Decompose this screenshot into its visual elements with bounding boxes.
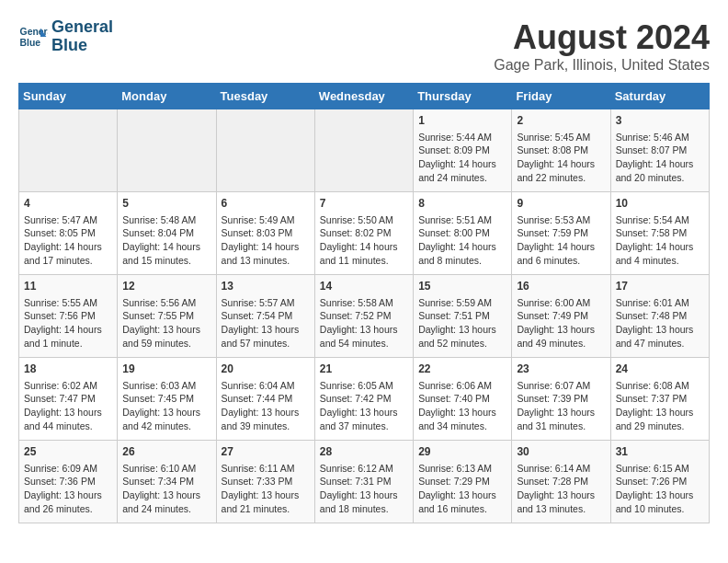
day-info: Daylight: 14 hours and 1 minute. — [24, 323, 112, 350]
day-info: Daylight: 13 hours and 10 minutes. — [616, 488, 704, 515]
day-info: Sunset: 7:49 PM — [517, 309, 605, 323]
weekday-header-row: SundayMondayTuesdayWednesdayThursdayFrid… — [19, 84, 710, 109]
day-info: Daylight: 13 hours and 37 minutes. — [320, 406, 408, 432]
day-number: 27 — [222, 444, 310, 460]
day-info: Daylight: 14 hours and 4 minutes. — [616, 240, 704, 267]
calendar-day-cell: 17Sunrise: 6:01 AMSunset: 7:48 PMDayligh… — [610, 275, 709, 358]
calendar-day-cell — [19, 109, 118, 192]
day-info: Sunset: 7:51 PM — [418, 309, 506, 323]
day-info: Sunset: 7:47 PM — [24, 392, 112, 406]
calendar-day-cell: 1Sunrise: 5:44 AMSunset: 8:09 PMDaylight… — [414, 109, 512, 192]
header: General Blue General Blue August 2024 Ga… — [18, 18, 710, 74]
day-info: Daylight: 13 hours and 24 minutes. — [122, 488, 210, 515]
day-number: 5 — [122, 196, 210, 212]
day-info: Sunrise: 5:45 AM — [517, 131, 605, 144]
calendar-day-cell: 6Sunrise: 5:49 AMSunset: 8:03 PMDaylight… — [216, 192, 314, 275]
day-number: 1 — [418, 113, 506, 129]
weekday-header: Sunday — [19, 84, 118, 109]
day-info: Sunset: 7:28 PM — [517, 475, 605, 488]
day-info: Sunset: 7:45 PM — [122, 392, 210, 406]
day-info: Sunset: 7:42 PM — [320, 392, 408, 406]
day-info: Daylight: 14 hours and 17 minutes. — [24, 240, 112, 267]
calendar-day-cell: 31Sunrise: 6:15 AMSunset: 7:26 PMDayligh… — [610, 441, 709, 523]
day-number: 18 — [24, 362, 112, 377]
calendar-day-cell: 28Sunrise: 6:12 AMSunset: 7:31 PMDayligh… — [314, 441, 413, 523]
day-info: Sunrise: 6:00 AM — [517, 296, 605, 310]
weekday-header: Monday — [118, 84, 216, 109]
day-number: 12 — [122, 279, 210, 294]
calendar-day-cell — [216, 109, 314, 192]
calendar-day-cell: 16Sunrise: 6:00 AMSunset: 7:49 PMDayligh… — [512, 275, 610, 358]
calendar-week-row: 1Sunrise: 5:44 AMSunset: 8:09 PMDaylight… — [19, 109, 710, 192]
day-info: Sunrise: 6:03 AM — [122, 379, 210, 393]
day-info: Sunset: 8:00 PM — [418, 226, 506, 240]
day-number: 3 — [616, 113, 704, 129]
day-number: 14 — [320, 279, 408, 294]
day-info: Sunset: 8:09 PM — [418, 144, 506, 157]
day-info: Sunset: 7:56 PM — [24, 309, 112, 323]
day-info: Sunset: 7:39 PM — [517, 392, 605, 406]
day-info: Sunrise: 6:02 AM — [24, 379, 112, 393]
day-info: Daylight: 14 hours and 22 minutes. — [517, 157, 605, 184]
day-info: Sunset: 7:40 PM — [418, 392, 506, 406]
weekday-header: Tuesday — [216, 84, 314, 109]
day-info: Sunset: 8:03 PM — [222, 226, 310, 240]
day-info: Sunrise: 5:53 AM — [517, 213, 605, 227]
day-info: Daylight: 13 hours and 29 minutes. — [616, 406, 704, 432]
calendar-week-row: 25Sunrise: 6:09 AMSunset: 7:36 PMDayligh… — [19, 441, 710, 523]
day-number: 7 — [320, 196, 408, 212]
calendar-day-cell: 22Sunrise: 6:06 AMSunset: 7:40 PMDayligh… — [414, 358, 512, 441]
day-number: 19 — [122, 362, 210, 377]
day-number: 22 — [418, 362, 506, 377]
day-info: Daylight: 13 hours and 31 minutes. — [517, 406, 605, 432]
day-info: Daylight: 13 hours and 59 minutes. — [122, 323, 210, 350]
day-info: Daylight: 13 hours and 47 minutes. — [616, 323, 704, 350]
day-info: Sunrise: 6:14 AM — [517, 462, 605, 476]
svg-text:Blue: Blue — [20, 37, 41, 47]
day-info: Daylight: 13 hours and 34 minutes. — [418, 406, 506, 432]
day-info: Daylight: 14 hours and 8 minutes. — [418, 240, 506, 267]
day-info: Daylight: 13 hours and 13 minutes. — [517, 488, 605, 515]
day-info: Sunrise: 5:44 AM — [418, 131, 506, 144]
calendar-table: SundayMondayTuesdayWednesdayThursdayFrid… — [18, 83, 710, 523]
weekday-header: Friday — [512, 84, 610, 109]
day-info: Daylight: 13 hours and 16 minutes. — [418, 488, 506, 515]
day-info: Daylight: 13 hours and 18 minutes. — [320, 488, 408, 515]
day-info: Sunrise: 6:15 AM — [616, 462, 704, 476]
day-info: Sunset: 8:02 PM — [320, 226, 408, 240]
day-info: Sunset: 7:37 PM — [616, 392, 704, 406]
day-info: Sunset: 8:04 PM — [122, 226, 210, 240]
day-info: Sunrise: 6:10 AM — [122, 462, 210, 476]
calendar-day-cell: 3Sunrise: 5:46 AMSunset: 8:07 PMDaylight… — [610, 109, 709, 192]
day-info: Daylight: 13 hours and 21 minutes. — [222, 488, 310, 515]
day-info: Daylight: 13 hours and 57 minutes. — [222, 323, 310, 350]
calendar-day-cell — [118, 109, 216, 192]
day-info: Sunrise: 6:09 AM — [24, 462, 112, 476]
day-info: Sunrise: 5:46 AM — [616, 131, 704, 144]
day-info: Daylight: 14 hours and 11 minutes. — [320, 240, 408, 267]
day-number: 21 — [320, 362, 408, 377]
calendar-week-row: 4Sunrise: 5:47 AMSunset: 8:05 PMDaylight… — [19, 192, 710, 275]
day-number: 15 — [418, 279, 506, 294]
day-number: 24 — [616, 362, 704, 377]
day-number: 11 — [24, 279, 112, 294]
day-info: Sunrise: 5:57 AM — [222, 296, 310, 310]
logo: General Blue General Blue — [18, 18, 113, 55]
day-info: Sunset: 7:33 PM — [222, 475, 310, 488]
title-area: August 2024 Gage Park, Illinois, United … — [494, 18, 710, 74]
day-info: Daylight: 13 hours and 44 minutes. — [24, 406, 112, 432]
calendar-day-cell: 18Sunrise: 6:02 AMSunset: 7:47 PMDayligh… — [19, 358, 118, 441]
calendar-day-cell: 5Sunrise: 5:48 AMSunset: 8:04 PMDaylight… — [118, 192, 216, 275]
location-title: Gage Park, Illinois, United States — [494, 57, 710, 74]
day-number: 13 — [222, 279, 310, 294]
day-number: 25 — [24, 444, 112, 460]
calendar-day-cell: 20Sunrise: 6:04 AMSunset: 7:44 PMDayligh… — [216, 358, 314, 441]
day-info: Daylight: 14 hours and 20 minutes. — [616, 157, 704, 184]
calendar-day-cell: 27Sunrise: 6:11 AMSunset: 7:33 PMDayligh… — [216, 441, 314, 523]
day-number: 31 — [616, 444, 704, 460]
day-number: 6 — [222, 196, 310, 212]
day-number: 10 — [616, 196, 704, 212]
day-info: Sunset: 7:59 PM — [517, 226, 605, 240]
day-info: Sunset: 7:31 PM — [320, 475, 408, 488]
logo-text: General Blue — [51, 18, 113, 55]
